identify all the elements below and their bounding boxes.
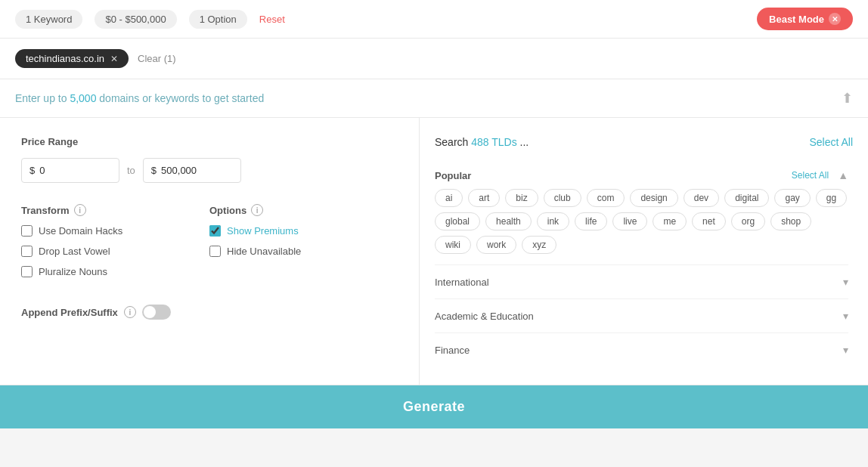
tld-chip-net[interactable]: net [692, 212, 726, 230]
price-range-title: Price Range [21, 136, 78, 147]
append-info-icon[interactable]: i [124, 306, 136, 318]
academic-title: Academic & Education [435, 311, 534, 322]
pluralize-nouns-label: Pluralize Nouns [39, 266, 107, 277]
popular-chips: ai art biz club com design dev digital g… [435, 189, 848, 254]
hide-unavailable-row: Hide Unavailable [209, 246, 398, 257]
international-chevron-icon: ▾ [843, 276, 848, 288]
options-row: Transform i Use Domain Hacks Drop Last V… [21, 204, 398, 286]
drop-last-vowel-checkbox[interactable] [21, 246, 33, 257]
price-range-row: $ to $ [21, 158, 398, 183]
tag-bar: techindianas.co.in ✕ Clear (1) [0, 39, 868, 79]
transform-title: Transform i [21, 204, 209, 216]
hint-bar: Enter up to 5,000 domains or keywords to… [0, 79, 868, 118]
tld-chip-dev[interactable]: dev [684, 189, 719, 207]
transform-info-icon[interactable]: i [74, 204, 86, 216]
tld-header: Search 488 TLDs ... Select All [435, 136, 853, 148]
select-all-button[interactable]: Select All [809, 136, 853, 148]
tld-chip-health[interactable]: health [485, 212, 532, 230]
price-range-section: Price Range [21, 136, 398, 147]
international-title: International [435, 277, 489, 288]
use-domain-hacks-checkbox[interactable] [21, 225, 33, 237]
generate-button[interactable]: Generate [0, 385, 868, 428]
tld-chip-ink[interactable]: ink [537, 212, 569, 230]
popular-category: Popular Select All ▲ ai art biz club com… [435, 162, 848, 254]
pluralize-nouns-checkbox[interactable] [21, 266, 33, 277]
tld-chip-me[interactable]: me [653, 212, 687, 230]
show-premiums-row: Show Premiums [209, 225, 398, 237]
price-from-currency: $ [29, 165, 35, 176]
tld-chip-art[interactable]: art [468, 189, 500, 207]
keyword-pill: 1 Keyword [15, 10, 82, 29]
right-panel: Search 488 TLDs ... Select All Popular S… [420, 118, 868, 385]
options-info-icon[interactable]: i [251, 204, 263, 216]
hide-unavailable-checkbox[interactable] [209, 246, 221, 257]
price-from-field[interactable] [39, 165, 107, 176]
price-to-field[interactable] [161, 165, 229, 176]
academic-chevron-icon: ▾ [843, 310, 848, 322]
price-pill: $0 - $500,000 [95, 10, 176, 29]
tld-chip-gg[interactable]: gg [816, 189, 847, 207]
tld-chip-org[interactable]: org [731, 212, 765, 230]
tld-chip-com[interactable]: com [587, 189, 625, 207]
tld-chip-work[interactable]: work [476, 236, 516, 254]
domain-tag-remove-icon[interactable]: ✕ [110, 54, 118, 64]
tld-chip-life[interactable]: life [575, 212, 607, 230]
popular-select-all[interactable]: Select All [792, 170, 829, 181]
price-to-label: to [127, 165, 135, 176]
domain-tag-text: techindianas.co.in [26, 53, 104, 64]
academic-category[interactable]: Academic & Education ▾ [435, 298, 848, 332]
tld-chip-digital[interactable]: digital [724, 189, 769, 207]
beast-mode-label: Beast Mode [769, 14, 824, 25]
use-domain-hacks-label: Use Domain Hacks [39, 225, 122, 237]
price-to-input-wrapper: $ [143, 158, 241, 183]
domain-tag: techindianas.co.in ✕ [15, 49, 129, 68]
hint-link[interactable]: 5,000 [70, 92, 96, 104]
finance-title: Finance [435, 345, 470, 356]
tld-chip-design[interactable]: design [630, 189, 677, 207]
top-bar: 1 Keyword $0 - $500,000 1 Option Reset B… [0, 0, 868, 39]
append-prefix-row: Append Prefix/Suffix i [21, 305, 398, 320]
clear-button[interactable]: Clear (1) [138, 53, 176, 64]
popular-collapse-icon[interactable]: ▲ [838, 169, 848, 181]
price-to-currency: $ [151, 165, 157, 176]
popular-category-header: Popular Select All ▲ [435, 162, 848, 189]
append-prefix-label: Append Prefix/Suffix [21, 307, 118, 318]
generate-bar: Generate [0, 385, 868, 428]
hide-unavailable-label: Hide Unavailable [227, 246, 301, 257]
drop-last-vowel-label: Drop Last Vowel [39, 246, 110, 257]
show-premiums-label: Show Premiums [227, 225, 299, 237]
beast-mode-button[interactable]: Beast Mode ✕ [757, 8, 853, 30]
upload-icon[interactable]: ⬆ [842, 90, 853, 107]
left-panel: Price Range $ to $ Transform i Use [0, 118, 420, 385]
tld-chip-global[interactable]: global [435, 212, 480, 230]
hint-text: Enter up to 5,000 domains or keywords to… [15, 92, 264, 104]
tld-scrollable[interactable]: Popular Select All ▲ ai art biz club com… [435, 162, 853, 366]
drop-last-vowel-row: Drop Last Vowel [21, 246, 209, 257]
tld-chip-gay[interactable]: gay [774, 189, 810, 207]
pluralize-nouns-row: Pluralize Nouns [21, 266, 209, 277]
options-title: Options i [209, 204, 398, 216]
beast-mode-close-icon[interactable]: ✕ [829, 13, 841, 25]
reset-button[interactable]: Reset [259, 14, 285, 25]
tld-chip-ai[interactable]: ai [435, 189, 463, 207]
finance-category[interactable]: Finance ▾ [435, 332, 848, 366]
price-from-input-wrapper: $ [21, 158, 119, 183]
option-pill: 1 Option [189, 10, 247, 29]
tld-chip-shop[interactable]: shop [770, 212, 811, 230]
popular-category-title: Popular [435, 170, 471, 181]
show-premiums-checkbox[interactable] [209, 225, 221, 237]
use-domain-hacks-row: Use Domain Hacks [21, 225, 209, 237]
finance-chevron-icon: ▾ [843, 344, 848, 356]
international-category[interactable]: International ▾ [435, 264, 848, 298]
append-toggle[interactable] [142, 305, 171, 320]
options-column: Options i Show Premiums Hide Unavailable [209, 204, 398, 286]
tld-chip-club[interactable]: club [544, 189, 581, 207]
tld-chip-wiki[interactable]: wiki [435, 236, 471, 254]
transform-column: Transform i Use Domain Hacks Drop Last V… [21, 204, 209, 286]
tld-search-text: Search 488 TLDs ... [435, 136, 529, 148]
tld-chip-xyz[interactable]: xyz [522, 236, 556, 254]
tld-chip-live[interactable]: live [612, 212, 647, 230]
main-content: Price Range $ to $ Transform i Use [0, 118, 868, 385]
tld-chip-biz[interactable]: biz [505, 189, 538, 207]
